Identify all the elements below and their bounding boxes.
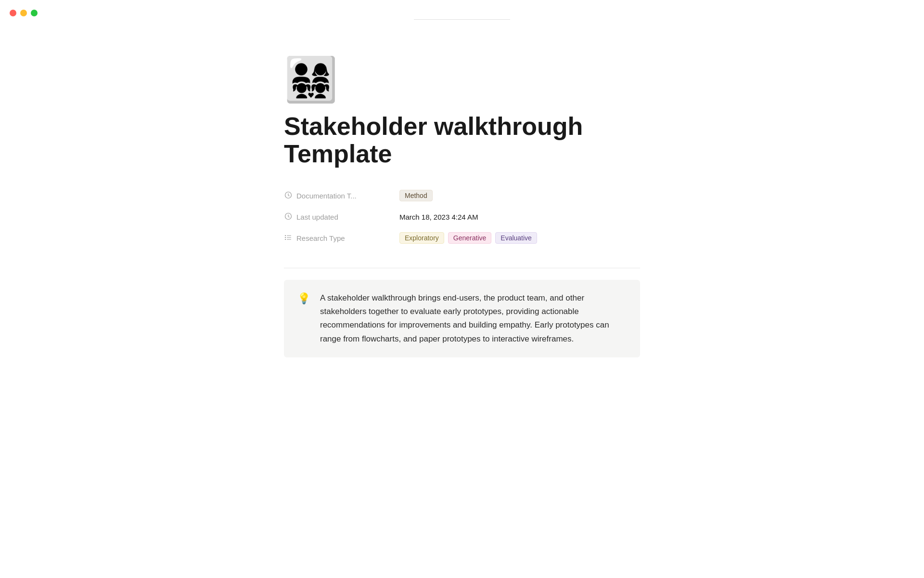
last-updated-value: March 18, 2023 4:24 AM <box>399 213 478 221</box>
page-title[interactable]: Stakeholder walkthrough Template <box>284 113 640 168</box>
last-updated-label: Last updated <box>296 213 338 221</box>
svg-rect-3 <box>287 235 291 236</box>
svg-rect-6 <box>285 239 286 240</box>
list-icon <box>284 234 293 243</box>
research-type-label: Research Type <box>296 234 345 242</box>
clock-icon-2 <box>284 212 293 222</box>
minimize-button[interactable] <box>20 10 27 16</box>
page-icon[interactable]: 👨‍👩‍👧‍👧 <box>284 58 640 101</box>
svg-rect-4 <box>285 237 286 238</box>
maximize-button[interactable] <box>31 10 38 16</box>
property-label-research-type[interactable]: Research Type <box>284 234 399 243</box>
property-label-doc-type[interactable]: Documentation T... <box>284 191 399 200</box>
exploratory-tag[interactable]: Exploratory <box>399 232 444 244</box>
properties-section: Documentation T... Method Last updated M… <box>284 185 640 249</box>
property-row-doc-type: Documentation T... Method <box>284 185 640 206</box>
callout-block: 💡 A stakeholder walkthrough brings end-u… <box>284 280 640 357</box>
section-divider <box>284 268 640 268</box>
evaluative-tag[interactable]: Evaluative <box>495 232 537 244</box>
method-tag[interactable]: Method <box>399 190 433 201</box>
doc-type-value[interactable]: Method <box>399 190 433 201</box>
property-row-last-updated: Last updated March 18, 2023 4:24 AM <box>284 206 640 227</box>
clock-icon <box>284 191 293 200</box>
svg-rect-5 <box>287 237 291 237</box>
research-type-tags[interactable]: Exploratory Generative Evaluative <box>399 232 537 244</box>
doc-type-label: Documentation T... <box>296 192 357 200</box>
main-content: 👨‍👩‍👧‍👧 Stakeholder walkthrough Template… <box>245 0 679 396</box>
lightbulb-icon: 💡 <box>297 292 310 305</box>
top-divider <box>414 19 510 20</box>
svg-rect-2 <box>285 235 286 236</box>
svg-rect-7 <box>287 239 291 239</box>
property-label-last-updated[interactable]: Last updated <box>284 212 399 222</box>
window-controls <box>10 10 38 16</box>
close-button[interactable] <box>10 10 16 16</box>
callout-text: A stakeholder walkthrough brings end-use… <box>320 291 627 345</box>
generative-tag[interactable]: Generative <box>448 232 491 244</box>
property-row-research-type: Research Type Exploratory Generative Eva… <box>284 227 640 249</box>
last-updated-date: March 18, 2023 4:24 AM <box>399 213 478 221</box>
